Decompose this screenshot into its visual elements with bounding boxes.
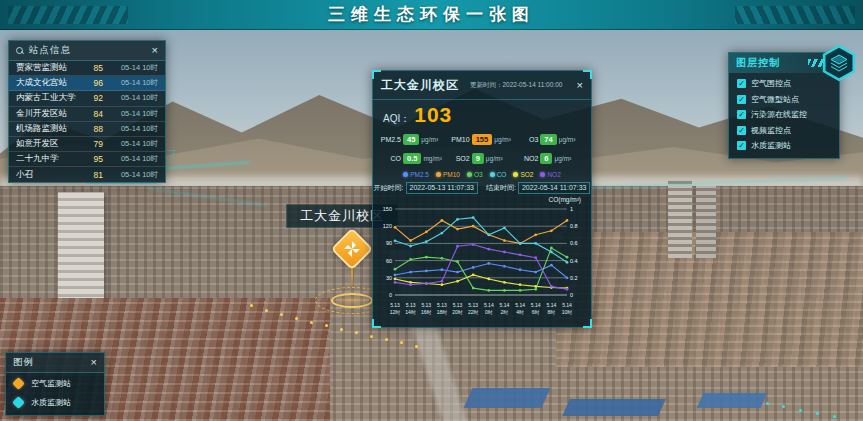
map-legend-item: 水质监测站 — [14, 397, 96, 408]
pollutant-unit: μg/m³ — [559, 136, 576, 143]
station-time: 05-14 10时 — [106, 109, 158, 119]
popup-header: 工大金川校区 更新时间：2022-05-14 11:00:00 × — [373, 71, 591, 100]
checkbox-icon[interactable]: ✓ — [737, 79, 746, 88]
station-time: 05-14 10时 — [106, 63, 158, 73]
station-aqi: 88 — [85, 124, 103, 134]
legend-panel-header: 图例 × — [6, 353, 104, 373]
svg-text:5.1320时: 5.1320时 — [452, 302, 463, 315]
layer-item[interactable]: ✓空气国控点 — [737, 78, 831, 89]
legend-item[interactable]: O3 — [467, 171, 483, 178]
layer-item[interactable]: ✓视频监控点 — [737, 125, 831, 136]
layer-list: ✓空气国控点✓空气微型站点✓污染源在线监控✓视频监控点✓水质监测站 — [729, 73, 839, 158]
pollutant-cell: NO26μg/m³ — [516, 149, 585, 168]
chart-svg: 030609012015000.20.40.60.815.1312时5.1314… — [377, 203, 587, 319]
pollutant-unit: mg/m³ — [423, 155, 441, 162]
svg-text:120: 120 — [383, 223, 392, 229]
svg-text:0.8: 0.8 — [570, 223, 578, 229]
pollutant-trend-chart: 030609012015000.20.40.60.815.1312时5.1314… — [373, 203, 591, 323]
pollutant-name: SO2 — [448, 155, 470, 162]
station-time: 05-14 10时 — [106, 170, 158, 180]
close-icon[interactable]: × — [91, 357, 97, 368]
header-decoration-left — [8, 6, 128, 24]
end-time: 结束时间: 2022-05-14 11:07:33 — [486, 182, 590, 194]
legend-dot — [513, 172, 518, 177]
station-row[interactable]: 小召8105-14 10时 — [9, 167, 165, 182]
air-station-marker[interactable] — [334, 231, 370, 267]
checkbox-icon[interactable]: ✓ — [737, 95, 746, 104]
station-row[interactable]: 二十九中学9505-14 10时 — [9, 152, 165, 167]
right-axis-label: CO(mg/m³) — [373, 195, 591, 203]
corner-accent — [372, 319, 381, 328]
time-range-row: 开始时间: 2022-05-13 11:07:33 结束时间: 2022-05-… — [373, 180, 591, 195]
legend-item[interactable]: PM2.5 — [403, 171, 429, 178]
station-aqi: 95 — [85, 154, 103, 164]
legend-item[interactable]: SO2 — [513, 171, 533, 178]
station-row[interactable]: 内蒙古工业大学9205-14 10时 — [9, 91, 165, 106]
search-icon — [16, 47, 24, 55]
legend-dot — [467, 172, 472, 177]
svg-text:5.1314时: 5.1314时 — [405, 302, 416, 315]
svg-text:5.146时: 5.146时 — [531, 302, 541, 315]
pollutant-grid: PM2.545μg/m³PM10155μg/m³O374μg/m³CO0.5mg… — [373, 128, 591, 168]
highrise-tower — [696, 186, 716, 258]
station-time: 05-14 10时 — [106, 154, 158, 164]
layer-panel-title: 图层控制 — [736, 56, 780, 70]
legend-item[interactable]: NO2 — [540, 171, 560, 178]
checkbox-icon[interactable]: ✓ — [737, 126, 746, 135]
corner-accent — [583, 319, 592, 328]
svg-text:5.142时: 5.142时 — [500, 302, 510, 315]
layers-toggle-button[interactable] — [821, 44, 857, 82]
legend-label: PM10 — [443, 171, 460, 178]
layer-item[interactable]: ✓水质监测站 — [737, 140, 831, 151]
station-row[interactable]: 贾家营监测站8505-14 10时 — [9, 61, 165, 76]
pollutant-value-badge: 45 — [403, 134, 419, 145]
station-aqi: 84 — [85, 109, 103, 119]
start-time-input[interactable]: 2022-05-13 11:07:33 — [406, 182, 478, 194]
checkbox-icon[interactable]: ✓ — [737, 110, 746, 119]
legend-marker-icon — [12, 396, 25, 409]
aqi-value: 103 — [414, 103, 452, 127]
pollutant-unit: μg/m³ — [554, 155, 571, 162]
end-time-input[interactable]: 2022-05-14 11:07:33 — [518, 182, 590, 194]
legend-marker-icon — [12, 377, 25, 390]
layer-label: 空气微型站点 — [751, 94, 799, 105]
svg-text:30: 30 — [386, 275, 392, 281]
station-row[interactable]: 机场路监测站8805-14 10时 — [9, 122, 165, 137]
checkbox-icon[interactable]: ✓ — [737, 141, 746, 150]
legend-label: SO2 — [520, 171, 533, 178]
svg-text:5.1312时: 5.1312时 — [390, 302, 401, 315]
svg-text:150: 150 — [383, 206, 392, 212]
aqi-row: AQI： 103 — [373, 100, 591, 128]
chart-legend: PM2.5PM10O3COSO2NO2 — [373, 168, 591, 180]
station-row[interactable]: 如意开发区7905-14 10时 — [9, 137, 165, 152]
svg-text:5.140时: 5.140时 — [484, 302, 494, 315]
legend-dot — [490, 172, 495, 177]
station-time: 05-14 10时 — [106, 93, 158, 103]
close-icon[interactable]: × — [577, 80, 583, 91]
windmill-icon — [343, 240, 361, 258]
yellow-route-dots — [250, 304, 253, 307]
legend-list: 空气监测站水质监测站 — [6, 373, 104, 413]
highrise-tower — [668, 178, 692, 258]
corner-accent — [372, 70, 381, 79]
pollutant-value-badge: 6 — [540, 153, 552, 164]
svg-text:0.6: 0.6 — [570, 240, 578, 246]
station-name: 金川开发区站 — [16, 108, 82, 120]
close-icon[interactable]: × — [152, 45, 158, 56]
legend-item[interactable]: CO — [490, 171, 507, 178]
cyan-route-dots — [766, 402, 769, 405]
station-row[interactable]: 大成文化宫站9605-14 10时 — [9, 76, 165, 91]
layer-item[interactable]: ✓空气微型站点 — [737, 94, 831, 105]
station-row[interactable]: 金川开发区站8405-14 10时 — [9, 107, 165, 122]
pollutant-name: CO — [379, 155, 401, 162]
legend-label: 水质监测站 — [31, 397, 71, 408]
pollutant-unit: μg/m³ — [486, 155, 503, 162]
pollutant-cell: CO0.5mg/m³ — [379, 149, 448, 168]
update-time-value: 2022-05-14 11:00:00 — [503, 81, 563, 88]
pollutant-value-badge: 9 — [472, 153, 484, 164]
legend-item[interactable]: PM10 — [436, 171, 460, 178]
map-legend-item: 空气监测站 — [14, 378, 96, 389]
svg-text:5.1410时: 5.1410时 — [562, 302, 573, 315]
layer-item[interactable]: ✓污染源在线监控 — [737, 109, 831, 120]
station-list: 贾家营监测站8505-14 10时大成文化宫站9605-14 10时内蒙古工业大… — [9, 61, 165, 183]
